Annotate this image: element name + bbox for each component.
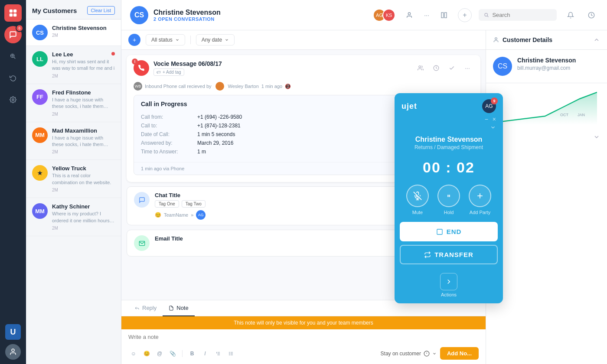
list-ordered-icon[interactable] — [213, 348, 223, 359]
ujet-badge: 9 — [491, 98, 498, 104]
customer-info-3: Fred Flinstone I have a huge issue with … — [52, 89, 115, 117]
ujet-transfer-button[interactable]: TRANSFER — [400, 245, 498, 264]
customer-time-5: 2M — [52, 188, 115, 192]
customer-detail-section: CS Christine Stevenson bill.murray@gmail… — [486, 50, 607, 83]
bold-icon[interactable]: B — [187, 348, 197, 359]
ujet-call-overlay: ujet AG 9 − × Christine Stevenson Return… — [395, 93, 503, 303]
customer-item-3[interactable]: FF Fred Flinstone I have a huge issue wi… — [26, 84, 121, 122]
check-icon[interactable] — [446, 62, 458, 74]
history-icon[interactable] — [584, 8, 598, 22]
email-title: Email Title — [155, 235, 183, 242]
reply-icon — [134, 306, 140, 311]
italic-icon[interactable]: I — [200, 348, 210, 359]
detail-customer-name: Christine Stevenson — [517, 57, 576, 64]
customer-items-list: CS Christine Stevenson 2M LL Lee Lee Hi,… — [26, 20, 121, 364]
add-people-icon[interactable] — [414, 62, 427, 74]
date-filter[interactable]: Any date — [196, 34, 235, 46]
svg-point-16 — [419, 66, 421, 68]
customer-name-4: Mad Maxamillion — [52, 127, 115, 134]
status-filter-label: All status — [151, 37, 173, 43]
ujet-actions-button[interactable]: Actions — [440, 273, 457, 297]
chevron-down-panel-icon[interactable] — [593, 133, 600, 140]
ujet-hold-icon — [437, 185, 460, 207]
new-conversation-button[interactable]: + — [128, 34, 140, 46]
ujet-end-call-button[interactable]: END — [400, 222, 498, 241]
add-conversation-button[interactable]: + — [458, 8, 472, 22]
at-icon[interactable]: @ — [154, 348, 165, 359]
ujet-hold-button[interactable]: Hold — [437, 185, 460, 215]
call-to-label: Call to: — [141, 123, 197, 129]
nav-settings-icon[interactable] — [4, 91, 22, 108]
customer-item-1[interactable]: CS Christine Stevenson 2M — [26, 20, 121, 46]
ujet-mute-button[interactable]: Mute — [406, 185, 429, 215]
nav-search-icon[interactable] — [4, 48, 22, 65]
smile-icon[interactable]: 😊 — [141, 348, 152, 359]
app-logo — [4, 4, 22, 22]
inbound-time: 1 min ago — [261, 84, 282, 89]
list-unordered-icon[interactable] — [226, 348, 236, 359]
agent-avatar-nav[interactable] — [5, 344, 21, 360]
ujet-mute-icon — [406, 185, 429, 207]
main-content: CS Christine Stevenson 2 OPEN CONVERSATI… — [121, 0, 607, 364]
add-tag-button[interactable]: 🏷 + Add tag — [153, 68, 184, 76]
date-of-call-label: Date of Call: — [141, 131, 197, 137]
more-icon-btn[interactable]: ··· — [420, 8, 434, 22]
reply-toolbar: ☺ 😊 @ 📎 B I — [121, 344, 486, 364]
svg-point-10 — [408, 13, 410, 15]
panel-title: Customer Details — [503, 36, 552, 43]
customer-item-2[interactable]: LL Lee Lee Hi, my shirt was sent and it … — [26, 46, 121, 84]
note-tab[interactable]: Note — [163, 300, 194, 316]
ujet-call-timer: 00 : 02 — [395, 155, 503, 180]
clear-list-button[interactable]: Clear List — [87, 6, 115, 15]
customer-item-5[interactable]: ★ Yellow Truck This is a real color comb… — [26, 160, 121, 198]
call-to-value: +1 (874)-128-2381 — [197, 123, 241, 129]
svg-rect-12 — [444, 13, 447, 18]
svg-rect-2 — [10, 13, 13, 16]
call-status-label: Call in Progress — [141, 101, 187, 107]
ujet-hold-label: Hold — [444, 210, 454, 215]
chevron-down-stay — [432, 351, 437, 356]
reply-tab[interactable]: Reply — [128, 300, 163, 316]
stay-on-customer-toggle[interactable]: Stay on customer — [381, 351, 437, 357]
voice-message-info: Vocie Message 06/08/17 🏷 + Add tag — [153, 60, 222, 76]
call-from-value: +1 (694) -226-9580 — [197, 114, 242, 120]
right-panel-header: Customer Details — [486, 30, 607, 50]
search-bar[interactable] — [479, 9, 557, 21]
chat-team: TeamName — [164, 212, 188, 218]
customer-avatar-3: FF — [32, 89, 48, 105]
ujet-close-btn[interactable]: × — [493, 116, 496, 123]
attachment-icon[interactable]: 📎 — [167, 348, 178, 359]
note-input[interactable] — [121, 329, 486, 344]
time-to-answer-label: Time to Answer: — [141, 149, 197, 155]
search-input[interactable] — [492, 12, 552, 18]
chevron-up-panel-icon[interactable] — [593, 36, 600, 43]
notification-bell-icon[interactable] — [564, 8, 578, 22]
alarm-icon[interactable] — [430, 62, 442, 74]
ujet-minus-btn[interactable]: − — [485, 116, 488, 123]
more-options-icon[interactable]: ··· — [461, 62, 473, 74]
search-icon — [484, 12, 489, 18]
svg-point-26 — [229, 354, 230, 355]
person-panel-icon — [493, 37, 499, 43]
ujet-add-party-button[interactable]: Add Party — [469, 185, 491, 215]
customer-item-4[interactable]: MM Mad Maxamillion I have a huge issue w… — [26, 122, 121, 160]
right-panel: Customer Details CS Christine Stevenson … — [486, 30, 607, 364]
customer-item-6[interactable]: MM Kathy Schiner Where is my product? I … — [26, 198, 121, 236]
customer-info-6: Kathy Schiner Where is my product? I ord… — [52, 203, 115, 231]
person-icon-btn[interactable] — [402, 8, 416, 22]
detail-customer-email: bill.murray@gmail.com — [517, 65, 576, 71]
nav-refresh-icon[interactable] — [4, 69, 22, 87]
svg-point-24 — [229, 352, 230, 352]
note-visibility-banner: This note will only be visible for you a… — [121, 316, 486, 329]
layout-icon-btn[interactable] — [437, 8, 451, 22]
inbound-agent-avatar: WB — [134, 82, 142, 91]
emoji-icon[interactable]: ☺ — [128, 348, 139, 359]
add-note-button[interactable]: Add No... — [440, 347, 479, 360]
reply-toolbar-icons: ☺ 😊 @ 📎 B I — [128, 348, 236, 359]
answered-by-label: Answered by: — [141, 140, 197, 146]
ujet-chevron-down-icon[interactable] — [490, 124, 496, 130]
status-filter[interactable]: All status — [146, 34, 185, 46]
nav-badge-notifications[interactable]: 6 — [4, 26, 22, 43]
svg-rect-0 — [10, 10, 13, 13]
inbound-notice: WB Inbound Phone call recieved by Wesley… — [127, 79, 480, 95]
